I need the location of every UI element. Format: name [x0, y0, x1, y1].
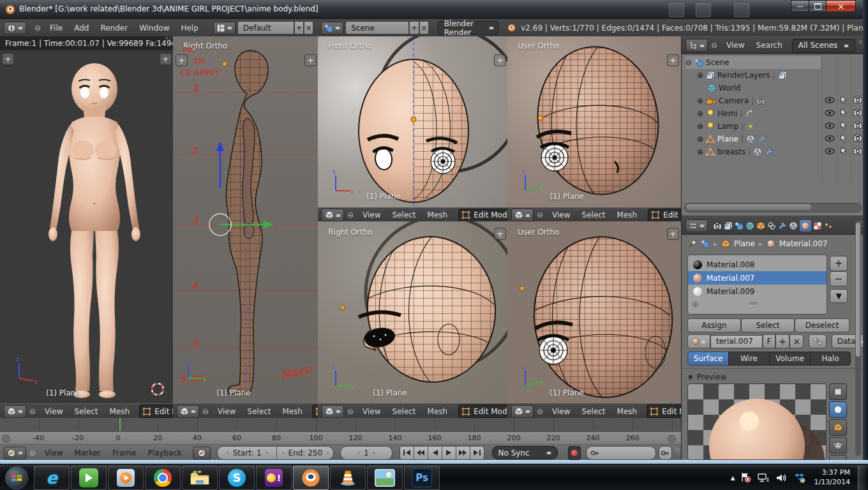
material-slot[interactable]: Material.008 [688, 258, 827, 271]
tab-particles-icon[interactable] [824, 221, 833, 230]
editor-type-selector[interactable] [4, 22, 26, 34]
assign-button[interactable]: Assign [687, 318, 741, 332]
stepper-right-arrow[interactable]: › [373, 449, 375, 457]
editor-type-selector[interactable] [511, 405, 534, 418]
taskbar-photoshop[interactable]: Ps [404, 466, 440, 490]
timeline-track[interactable] [0, 418, 681, 431]
render-camera-icon[interactable] [853, 134, 862, 142]
editor-type-selector[interactable] [511, 209, 534, 221]
selectable-cursor-icon[interactable] [840, 108, 846, 117]
stepper-left-arrow[interactable]: ‹ [357, 449, 360, 457]
preview-monkey-button[interactable] [829, 437, 847, 454]
menu-mesh[interactable]: Mesh [611, 405, 643, 418]
end-frame-stepper[interactable]: ‹ End: 250 › [276, 447, 333, 459]
hide-eye-icon[interactable] [825, 97, 835, 103]
menu-add[interactable]: Add [68, 22, 94, 34]
menu-view[interactable]: View [721, 39, 750, 52]
expand-icon[interactable]: ⊕ [697, 122, 703, 131]
render-camera-icon[interactable] [853, 147, 862, 154]
unlink-material-button[interactable]: × [789, 334, 804, 348]
collapse-menus-toggle[interactable]: ⊖ [344, 211, 357, 219]
material-slot-selected[interactable]: Material.007 [688, 271, 827, 285]
expand-icon[interactable]: ⊕ [697, 135, 703, 144]
slot-expand-icon[interactable]: ⊕ [692, 300, 698, 309]
mode-dropdown[interactable]: Edit Mode [458, 209, 507, 222]
tab-render-icon[interactable] [713, 221, 722, 230]
list-resize-grip[interactable]: ══ [749, 300, 757, 307]
mode-dropdown[interactable]: Edit Mode [458, 405, 507, 418]
menu-mesh[interactable]: Mesh [611, 209, 643, 221]
scrollbar-thumb[interactable] [686, 204, 811, 210]
material-type-wire[interactable]: Wire [728, 352, 770, 366]
menu-marker[interactable]: Marker [69, 447, 107, 459]
taskbar-skype[interactable]: S [219, 466, 255, 490]
network-icon[interactable] [757, 471, 771, 485]
collapse-menus-toggle[interactable]: ⊖ [26, 449, 39, 457]
sync-mode-dropdown[interactable]: No Sync [492, 446, 558, 459]
screen-layout-field[interactable]: Default [237, 21, 294, 34]
scene-add-button[interactable]: + [409, 21, 419, 34]
stepper-right-arrow[interactable]: › [326, 449, 329, 457]
render-camera-icon[interactable] [853, 121, 862, 129]
taskbar-vlc[interactable] [330, 466, 366, 490]
layout-add-button[interactable]: + [294, 21, 304, 34]
close-button[interactable]: × [826, 0, 856, 12]
menu-mesh[interactable]: Mesh [422, 209, 454, 221]
stepper-right-arrow[interactable]: › [266, 449, 268, 457]
editor-type-selector[interactable] [685, 39, 708, 52]
area-corner-widget[interactable] [672, 448, 680, 458]
menu-mesh[interactable]: Mesh [277, 405, 309, 418]
outliner-item-hemi[interactable]: ⊕ Hemi | [697, 107, 754, 120]
tab-world-icon[interactable] [745, 221, 754, 230]
ruler-scroll-dot-left[interactable] [2, 434, 10, 443]
viewport-side-ortho[interactable]: Right Ortho MC TH CE APPLY 1 2 3 4 5 5.2… [173, 36, 318, 403]
auto-keyframe-record-button[interactable] [568, 446, 581, 460]
tab-render-layers-icon[interactable] [724, 221, 733, 230]
maximize-button[interactable] [809, 0, 827, 12]
next-keyframe-button[interactable] [456, 446, 470, 460]
menu-search[interactable]: Search [751, 39, 788, 52]
play-reverse-button[interactable] [428, 446, 442, 460]
pin-icon[interactable] [688, 239, 697, 248]
tab-constraints-icon[interactable] [767, 221, 776, 230]
screen-layout-icon-button[interactable] [213, 22, 236, 34]
preview-cube-button[interactable] [829, 419, 847, 436]
render-camera-icon[interactable] [853, 108, 862, 116]
dropbox-icon[interactable] [793, 471, 807, 485]
layout-delete-button[interactable]: × [304, 21, 313, 34]
outliner-item-lamp[interactable]: ⊕ Lamp | [697, 120, 755, 133]
selectable-cursor-icon[interactable] [840, 147, 846, 156]
editor-type-selector[interactable] [322, 209, 344, 221]
menu-mesh[interactable]: Mesh [104, 405, 136, 418]
start-frame-stepper[interactable]: ‹ Start: 1 › [218, 447, 276, 459]
collapse-menus-toggle[interactable]: ⊖ [534, 407, 546, 416]
taskbar-windows-media-player[interactable] [108, 466, 144, 490]
current-frame-marker[interactable] [119, 418, 121, 431]
menu-select[interactable]: Select [387, 209, 422, 221]
stepper-left-arrow[interactable]: ‹ [281, 449, 284, 457]
viewport-camera-shaded[interactable]: Frame:1 | Time:00:01.07 | Ve:99689 Fa:14… [0, 36, 174, 403]
scene-delete-button[interactable]: × [419, 21, 429, 34]
viewport-side-head[interactable]: Right Ortho z y (1) Plane + [318, 221, 508, 403]
menu-view[interactable]: View [212, 405, 241, 418]
outliner-item-camera[interactable]: ⊕ Camera | [697, 94, 765, 107]
hide-eye-icon[interactable] [825, 110, 835, 116]
panel-open-handle[interactable]: + [494, 54, 506, 66]
collapse-menus-toggle[interactable]: ⊖ [199, 407, 212, 416]
slot-specials-button[interactable]: ▼ [830, 289, 848, 303]
tab-material-icon-active[interactable] [800, 220, 811, 232]
crumb-object[interactable]: Plane [734, 239, 755, 248]
tab-data-icon[interactable] [789, 221, 798, 230]
jump-to-start-button[interactable] [400, 446, 414, 460]
menu-help[interactable]: Help [175, 22, 204, 34]
window-titlebar[interactable]: Blender* [G:\work related\Blender 3d\ANI… [0, 0, 868, 20]
start-button[interactable] [0, 465, 33, 490]
hide-eye-icon[interactable] [825, 135, 835, 142]
material-type-surface[interactable]: Surface [687, 352, 729, 366]
scrollbar-thumb[interactable] [856, 223, 860, 357]
fake-user-button[interactable]: F [763, 334, 775, 348]
timeline-ruler[interactable]: -40 -20 0 20 40 60 80 100 120 140 160 18… [0, 431, 681, 445]
mode-dropdown[interactable]: Edit Mode [312, 405, 318, 418]
scene-icon-button[interactable] [321, 22, 343, 34]
menu-view[interactable]: View [357, 405, 386, 418]
